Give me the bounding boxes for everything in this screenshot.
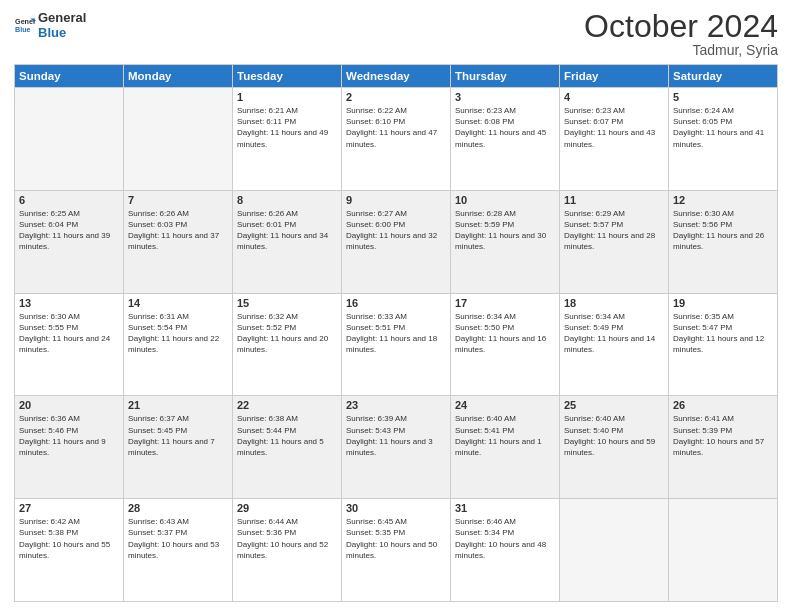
day-info: Sunrise: 6:38 AMSunset: 5:44 PMDaylight:…: [237, 413, 337, 458]
calendar-cell: 14Sunrise: 6:31 AMSunset: 5:54 PMDayligh…: [124, 293, 233, 396]
day-info: Sunrise: 6:40 AMSunset: 5:40 PMDaylight:…: [564, 413, 664, 458]
logo-line2: Blue: [38, 25, 86, 40]
day-info: Sunrise: 6:21 AMSunset: 6:11 PMDaylight:…: [237, 105, 337, 150]
calendar-cell: 16Sunrise: 6:33 AMSunset: 5:51 PMDayligh…: [342, 293, 451, 396]
calendar-cell: 11Sunrise: 6:29 AMSunset: 5:57 PMDayligh…: [560, 190, 669, 293]
weekday-header-friday: Friday: [560, 65, 669, 88]
weekday-header-wednesday: Wednesday: [342, 65, 451, 88]
weekday-header-tuesday: Tuesday: [233, 65, 342, 88]
calendar-week-row: 13Sunrise: 6:30 AMSunset: 5:55 PMDayligh…: [15, 293, 778, 396]
calendar-cell: 17Sunrise: 6:34 AMSunset: 5:50 PMDayligh…: [451, 293, 560, 396]
calendar-week-row: 1Sunrise: 6:21 AMSunset: 6:11 PMDaylight…: [15, 88, 778, 191]
calendar-cell: 3Sunrise: 6:23 AMSunset: 6:08 PMDaylight…: [451, 88, 560, 191]
day-info: Sunrise: 6:34 AMSunset: 5:50 PMDaylight:…: [455, 311, 555, 356]
weekday-header-thursday: Thursday: [451, 65, 560, 88]
day-info: Sunrise: 6:46 AMSunset: 5:34 PMDaylight:…: [455, 516, 555, 561]
calendar-cell: 7Sunrise: 6:26 AMSunset: 6:03 PMDaylight…: [124, 190, 233, 293]
day-number: 23: [346, 399, 446, 411]
calendar-cell: 5Sunrise: 6:24 AMSunset: 6:05 PMDaylight…: [669, 88, 778, 191]
header: General Blue General Blue October 2024 T…: [14, 10, 778, 58]
page: General Blue General Blue October 2024 T…: [0, 0, 792, 612]
calendar-cell: 26Sunrise: 6:41 AMSunset: 5:39 PMDayligh…: [669, 396, 778, 499]
day-number: 25: [564, 399, 664, 411]
day-number: 16: [346, 297, 446, 309]
day-info: Sunrise: 6:41 AMSunset: 5:39 PMDaylight:…: [673, 413, 773, 458]
day-info: Sunrise: 6:29 AMSunset: 5:57 PMDaylight:…: [564, 208, 664, 253]
day-info: Sunrise: 6:23 AMSunset: 6:07 PMDaylight:…: [564, 105, 664, 150]
calendar-cell: [560, 499, 669, 602]
day-info: Sunrise: 6:26 AMSunset: 6:03 PMDaylight:…: [128, 208, 228, 253]
calendar-cell: 24Sunrise: 6:40 AMSunset: 5:41 PMDayligh…: [451, 396, 560, 499]
calendar-cell: 8Sunrise: 6:26 AMSunset: 6:01 PMDaylight…: [233, 190, 342, 293]
day-number: 17: [455, 297, 555, 309]
calendar-cell: 1Sunrise: 6:21 AMSunset: 6:11 PMDaylight…: [233, 88, 342, 191]
day-number: 19: [673, 297, 773, 309]
calendar-cell: 19Sunrise: 6:35 AMSunset: 5:47 PMDayligh…: [669, 293, 778, 396]
calendar-cell: 22Sunrise: 6:38 AMSunset: 5:44 PMDayligh…: [233, 396, 342, 499]
calendar-cell: 28Sunrise: 6:43 AMSunset: 5:37 PMDayligh…: [124, 499, 233, 602]
calendar-cell: 2Sunrise: 6:22 AMSunset: 6:10 PMDaylight…: [342, 88, 451, 191]
day-info: Sunrise: 6:34 AMSunset: 5:49 PMDaylight:…: [564, 311, 664, 356]
day-number: 3: [455, 91, 555, 103]
calendar-cell: 6Sunrise: 6:25 AMSunset: 6:04 PMDaylight…: [15, 190, 124, 293]
day-number: 8: [237, 194, 337, 206]
calendar-cell: [124, 88, 233, 191]
calendar-cell: 27Sunrise: 6:42 AMSunset: 5:38 PMDayligh…: [15, 499, 124, 602]
calendar-cell: 31Sunrise: 6:46 AMSunset: 5:34 PMDayligh…: [451, 499, 560, 602]
day-number: 7: [128, 194, 228, 206]
calendar-cell: 4Sunrise: 6:23 AMSunset: 6:07 PMDaylight…: [560, 88, 669, 191]
calendar-week-row: 20Sunrise: 6:36 AMSunset: 5:46 PMDayligh…: [15, 396, 778, 499]
day-number: 1: [237, 91, 337, 103]
logo-icon: General Blue: [14, 14, 36, 36]
day-number: 12: [673, 194, 773, 206]
day-number: 2: [346, 91, 446, 103]
logo-line1: General: [38, 10, 86, 25]
calendar-header-row: SundayMondayTuesdayWednesdayThursdayFrid…: [15, 65, 778, 88]
day-number: 30: [346, 502, 446, 514]
day-number: 10: [455, 194, 555, 206]
weekday-header-saturday: Saturday: [669, 65, 778, 88]
month-title: October 2024: [584, 10, 778, 42]
day-number: 27: [19, 502, 119, 514]
day-number: 20: [19, 399, 119, 411]
day-number: 31: [455, 502, 555, 514]
day-number: 24: [455, 399, 555, 411]
day-info: Sunrise: 6:26 AMSunset: 6:01 PMDaylight:…: [237, 208, 337, 253]
calendar-cell: 21Sunrise: 6:37 AMSunset: 5:45 PMDayligh…: [124, 396, 233, 499]
day-number: 15: [237, 297, 337, 309]
day-info: Sunrise: 6:37 AMSunset: 5:45 PMDaylight:…: [128, 413, 228, 458]
day-info: Sunrise: 6:36 AMSunset: 5:46 PMDaylight:…: [19, 413, 119, 458]
day-number: 4: [564, 91, 664, 103]
weekday-header-sunday: Sunday: [15, 65, 124, 88]
calendar-cell: 9Sunrise: 6:27 AMSunset: 6:00 PMDaylight…: [342, 190, 451, 293]
calendar-cell: 25Sunrise: 6:40 AMSunset: 5:40 PMDayligh…: [560, 396, 669, 499]
day-info: Sunrise: 6:22 AMSunset: 6:10 PMDaylight:…: [346, 105, 446, 150]
day-info: Sunrise: 6:45 AMSunset: 5:35 PMDaylight:…: [346, 516, 446, 561]
svg-text:Blue: Blue: [15, 26, 31, 34]
day-number: 6: [19, 194, 119, 206]
day-info: Sunrise: 6:39 AMSunset: 5:43 PMDaylight:…: [346, 413, 446, 458]
day-info: Sunrise: 6:24 AMSunset: 6:05 PMDaylight:…: [673, 105, 773, 150]
day-number: 28: [128, 502, 228, 514]
day-info: Sunrise: 6:42 AMSunset: 5:38 PMDaylight:…: [19, 516, 119, 561]
calendar-cell: 23Sunrise: 6:39 AMSunset: 5:43 PMDayligh…: [342, 396, 451, 499]
weekday-header-monday: Monday: [124, 65, 233, 88]
calendar-cell: 10Sunrise: 6:28 AMSunset: 5:59 PMDayligh…: [451, 190, 560, 293]
day-info: Sunrise: 6:32 AMSunset: 5:52 PMDaylight:…: [237, 311, 337, 356]
day-info: Sunrise: 6:40 AMSunset: 5:41 PMDaylight:…: [455, 413, 555, 458]
day-number: 14: [128, 297, 228, 309]
title-area: October 2024 Tadmur, Syria: [584, 10, 778, 58]
day-number: 21: [128, 399, 228, 411]
day-number: 13: [19, 297, 119, 309]
day-info: Sunrise: 6:25 AMSunset: 6:04 PMDaylight:…: [19, 208, 119, 253]
calendar-cell: 30Sunrise: 6:45 AMSunset: 5:35 PMDayligh…: [342, 499, 451, 602]
day-number: 18: [564, 297, 664, 309]
day-info: Sunrise: 6:33 AMSunset: 5:51 PMDaylight:…: [346, 311, 446, 356]
day-info: Sunrise: 6:28 AMSunset: 5:59 PMDaylight:…: [455, 208, 555, 253]
day-info: Sunrise: 6:23 AMSunset: 6:08 PMDaylight:…: [455, 105, 555, 150]
calendar-table: SundayMondayTuesdayWednesdayThursdayFrid…: [14, 64, 778, 602]
day-info: Sunrise: 6:44 AMSunset: 5:36 PMDaylight:…: [237, 516, 337, 561]
location: Tadmur, Syria: [584, 42, 778, 58]
day-number: 26: [673, 399, 773, 411]
calendar-week-row: 6Sunrise: 6:25 AMSunset: 6:04 PMDaylight…: [15, 190, 778, 293]
